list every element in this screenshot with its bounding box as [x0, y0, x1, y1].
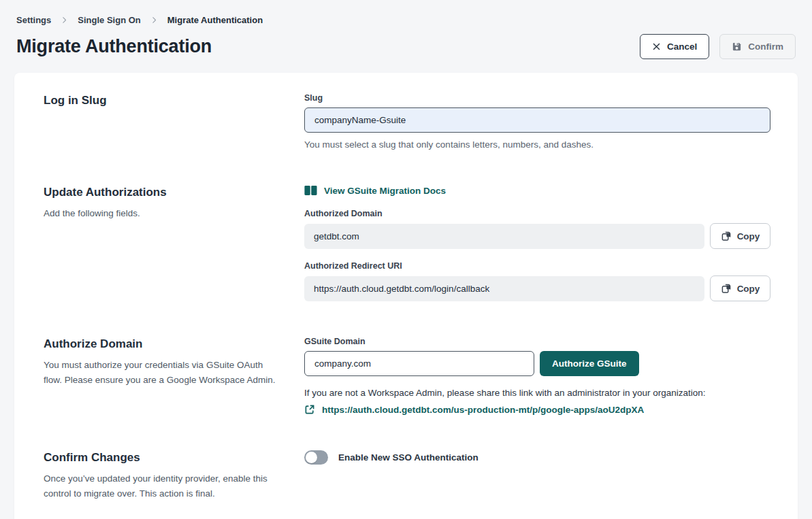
enable-sso-toggle-label: Enable New SSO Authentication: [338, 452, 478, 463]
authorized-domain-label: Authorized Domain: [304, 209, 770, 218]
close-icon: [652, 42, 661, 51]
breadcrumb: Settings Single Sign On Migrate Authenti…: [16, 15, 796, 25]
section-login-slug: Log in Slug Slug You must select a slug …: [44, 93, 770, 150]
section-authorize-domain: Authorize Domain You must authorize your…: [44, 337, 770, 415]
gsuite-domain-label: GSuite Domain: [304, 337, 770, 346]
workspace-admin-note: If you are not a Workspace Admin, please…: [304, 388, 770, 398]
gsuite-domain-row: Authorize GSuite: [304, 351, 770, 376]
save-icon: [732, 41, 742, 52]
breadcrumb-settings[interactable]: Settings: [16, 15, 51, 25]
copy-icon: [721, 231, 732, 241]
enable-sso-toggle[interactable]: [304, 450, 328, 465]
copy-icon: [721, 283, 732, 294]
header-actions: Cancel Confirm: [640, 34, 796, 59]
authorize-gsuite-button[interactable]: Authorize GSuite: [540, 351, 639, 376]
redirect-uri-row: https://auth.cloud.getdbt.com/login/call…: [304, 275, 770, 301]
copy-redirect-uri-button[interactable]: Copy: [710, 275, 770, 301]
section-heading-confirm-changes: Confirm Changes: [44, 450, 304, 465]
confirm-button-label: Confirm: [748, 41, 783, 52]
section-update-authorizations: Update Authorizations Add the following …: [44, 185, 770, 301]
section-heading-update-authorizations: Update Authorizations: [44, 185, 304, 200]
gsuite-migration-docs-link-label: View GSuite Migration Docs: [324, 186, 446, 196]
page-title: Migrate Authentication: [16, 36, 212, 57]
authorized-domain-value: getdbt.com: [304, 224, 704, 249]
share-authorization-link[interactable]: https://auth.cloud.getdbt.com/us-product…: [322, 405, 644, 415]
confirm-button[interactable]: Confirm: [719, 34, 796, 59]
gsuite-domain-input[interactable]: [304, 351, 534, 376]
cancel-button[interactable]: Cancel: [640, 34, 709, 59]
gsuite-migration-docs-link[interactable]: View GSuite Migration Docs: [304, 185, 446, 196]
breadcrumb-single-sign-on[interactable]: Single Sign On: [78, 15, 140, 25]
confirm-changes-description: Once you’ve updated your identity provid…: [44, 471, 278, 502]
copy-button-label: Copy: [737, 284, 760, 294]
cancel-button-label: Cancel: [667, 41, 697, 52]
update-authorizations-description: Add the following fields.: [44, 206, 278, 221]
settings-card: Log in Slug Slug You must select a slug …: [14, 73, 798, 519]
chevron-right-icon: [150, 16, 158, 24]
chevron-right-icon: [61, 16, 68, 24]
redirect-uri-label: Authorized Redirect URI: [304, 261, 770, 271]
slug-input[interactable]: [304, 107, 770, 133]
book-icon: [304, 185, 317, 196]
copy-button-label: Copy: [737, 231, 760, 241]
redirect-uri-value: https://auth.cloud.getdbt.com/login/call…: [304, 276, 704, 301]
authorized-domain-row: getdbt.com Copy: [304, 223, 770, 249]
sso-toggle-row: Enable New SSO Authentication: [304, 450, 770, 465]
breadcrumb-migrate-authentication: Migrate Authentication: [167, 15, 263, 25]
external-link-icon: [304, 404, 315, 415]
section-heading-authorize-domain: Authorize Domain: [44, 337, 304, 352]
slug-field-label: Slug: [304, 93, 770, 103]
section-heading-login-slug: Log in Slug: [44, 93, 304, 108]
authorize-domain-description: You must authorize your credentials via …: [44, 358, 278, 388]
admin-link-row: https://auth.cloud.getdbt.com/us-product…: [304, 404, 770, 415]
toggle-knob: [306, 452, 317, 463]
page-header: Settings Single Sign On Migrate Authenti…: [0, 0, 812, 59]
slug-helper-text: You must select a slug that only contain…: [304, 139, 770, 150]
section-confirm-changes: Confirm Changes Once you’ve updated your…: [44, 450, 770, 502]
copy-authorized-domain-button[interactable]: Copy: [710, 223, 770, 249]
